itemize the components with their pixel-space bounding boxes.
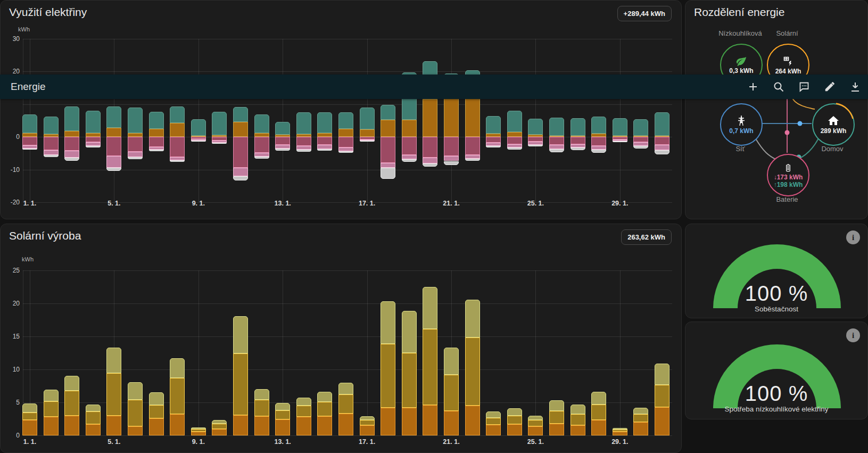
- bar-day-28-export-battery-maroon[interactable]: [591, 137, 606, 146]
- bar-day-23-grid-consumption-teal[interactable]: [486, 116, 501, 134]
- bar-day-1-grid-consumption-teal[interactable]: [22, 114, 37, 133]
- bar-day-2-solar-array-3-khaki[interactable]: [44, 390, 59, 401]
- bar-day-22-export-pink[interactable]: [465, 155, 480, 159]
- bar-day-27-solar-array-2-ochre[interactable]: [571, 414, 585, 425]
- bar-day-25-solar-array-1-orange[interactable]: [528, 426, 543, 435]
- bar-day-30-solar-array-3-khaki[interactable]: [633, 408, 648, 414]
- bar-day-31-export-battery-maroon[interactable]: [655, 137, 669, 145]
- bar-day-22-solar-array-3-khaki[interactable]: [465, 300, 480, 338]
- bar-day-4-solar-array-3-khaki[interactable]: [86, 405, 101, 412]
- bar-day-24-solar-array-1-orange[interactable]: [507, 424, 522, 435]
- bar-day-11-solar-array-2-ochre[interactable]: [233, 353, 248, 415]
- bar-day-21-solar-array-2-ochre[interactable]: [444, 375, 459, 411]
- bar-day-16-export-battery-maroon[interactable]: [338, 137, 353, 147]
- bar-day-24-grid-consumption-teal[interactable]: [507, 111, 522, 132]
- bar-day-27-export-battery-maroon[interactable]: [571, 137, 585, 144]
- bar-day-17-solar-array-2-ochre[interactable]: [360, 420, 375, 425]
- bar-day-6-solar-consumption-ochre[interactable]: [128, 133, 143, 137]
- info-icon[interactable]: i: [846, 328, 860, 342]
- bar-day-2-solar-array-1-orange[interactable]: [44, 417, 59, 435]
- bar-day-29-solar-array-2-ochre[interactable]: [613, 430, 627, 432]
- bar-day-19-solar-array-2-ochre[interactable]: [402, 353, 417, 408]
- bar-day-13-export-gray[interactable]: [275, 149, 290, 151]
- bar-day-3-solar-array-1-orange[interactable]: [64, 416, 79, 435]
- bar-day-30-solar-array-1-orange[interactable]: [633, 422, 648, 435]
- bar-day-28-export-gray[interactable]: [591, 150, 606, 153]
- bar-day-19-solar-array-3-khaki[interactable]: [402, 311, 417, 353]
- bar-day-22-solar-array-1-orange[interactable]: [465, 406, 480, 435]
- bar-day-3-grid-consumption-teal[interactable]: [64, 106, 79, 131]
- bar-day-17-solar-consumption-ochre[interactable]: [360, 129, 375, 137]
- bar-day-15-export-battery-maroon[interactable]: [317, 137, 332, 145]
- bar-day-18-solar-array-1-orange[interactable]: [381, 408, 395, 435]
- bar-day-22-export-gray[interactable]: [465, 159, 480, 161]
- bar-day-12-grid-consumption-teal[interactable]: [254, 114, 269, 133]
- bar-day-19-export-battery-maroon[interactable]: [402, 137, 417, 155]
- bar-day-2-grid-consumption-teal[interactable]: [44, 117, 59, 134]
- bar-day-1-solar-consumption-ochre[interactable]: [22, 133, 37, 137]
- bar-day-20-export-gray[interactable]: [423, 163, 437, 167]
- bar-day-17-solar-array-1-orange[interactable]: [360, 425, 375, 435]
- bar-day-4-solar-array-1-orange[interactable]: [86, 424, 101, 435]
- bar-day-2-export-battery-maroon[interactable]: [44, 137, 59, 150]
- bar-day-4-solar-consumption-ochre[interactable]: [86, 133, 101, 137]
- bar-day-5-grid-consumption-teal[interactable]: [106, 106, 121, 128]
- bar-day-11-solar-array-3-khaki[interactable]: [233, 316, 248, 354]
- bar-day-23-solar-array-1-orange[interactable]: [486, 425, 501, 435]
- bar-day-22-export-battery-maroon[interactable]: [465, 137, 480, 155]
- bar-day-30-export-battery-maroon[interactable]: [633, 137, 648, 142]
- bar-day-12-solar-array-3-khaki[interactable]: [254, 389, 269, 400]
- bar-day-18-export-battery-maroon[interactable]: [381, 137, 395, 163]
- bar-day-29-export-gray[interactable]: [613, 141, 627, 142]
- bar-day-4-export-battery-maroon[interactable]: [86, 137, 101, 142]
- bar-day-26-solar-array-1-orange[interactable]: [549, 424, 564, 435]
- bar-day-21-export-gray[interactable]: [444, 161, 459, 165]
- bar-day-1-solar-array-2-ochre[interactable]: [22, 413, 37, 421]
- bar-day-2-solar-array-2-ochre[interactable]: [44, 401, 59, 417]
- bar-day-6-solar-array-3-khaki[interactable]: [128, 382, 143, 400]
- bar-day-8-export-gray[interactable]: [170, 160, 185, 162]
- bar-day-23-export-gray[interactable]: [486, 146, 501, 147]
- bar-day-13-solar-array-1-orange[interactable]: [275, 419, 290, 435]
- bar-day-20-solar-array-2-ochre[interactable]: [423, 329, 437, 405]
- bar-day-8-solar-array-2-ochre[interactable]: [170, 378, 185, 414]
- bar-day-30-export-pink[interactable]: [633, 142, 648, 145]
- bar-day-15-solar-array-1-orange[interactable]: [317, 416, 332, 435]
- bar-day-6-export-pink[interactable]: [128, 152, 143, 157]
- bar-day-8-export-battery-maroon[interactable]: [170, 137, 185, 157]
- bar-day-29-solar-array-1-orange[interactable]: [613, 432, 627, 435]
- bar-day-12-export-gray[interactable]: [254, 157, 269, 159]
- bar-day-20-solar-array-3-khaki[interactable]: [423, 287, 437, 329]
- bar-day-16-export-pink[interactable]: [338, 147, 353, 151]
- bar-day-5-solar-array-2-ochre[interactable]: [106, 373, 121, 415]
- bar-day-3-export-gray[interactable]: [64, 158, 79, 161]
- bar-day-6-export-gray[interactable]: [128, 157, 143, 159]
- bar-day-13-export-battery-maroon[interactable]: [275, 137, 290, 145]
- bar-day-15-grid-consumption-teal[interactable]: [317, 112, 332, 133]
- bar-day-4-solar-array-2-ochre[interactable]: [86, 411, 101, 424]
- bar-day-8-solar-array-1-orange[interactable]: [170, 414, 185, 435]
- bar-day-15-export-pink[interactable]: [317, 145, 332, 149]
- bar-day-20-solar-consumption-ochre[interactable]: [423, 99, 437, 137]
- bar-day-31-solar-array-1-orange[interactable]: [655, 407, 669, 435]
- bar-day-16-solar-array-2-ochre[interactable]: [338, 394, 353, 414]
- edit-icon[interactable]: [823, 80, 836, 93]
- bar-day-28-solar-array-1-orange[interactable]: [591, 420, 606, 435]
- bar-day-25-export-battery-maroon[interactable]: [528, 137, 543, 142]
- bar-day-28-solar-array-2-ochre[interactable]: [591, 405, 606, 421]
- bar-day-19-export-pink[interactable]: [402, 155, 417, 159]
- bar-day-23-export-battery-maroon[interactable]: [486, 137, 501, 143]
- bar-day-5-solar-consumption-ochre[interactable]: [106, 128, 121, 137]
- bar-day-24-solar-consumption-ochre[interactable]: [507, 132, 522, 137]
- bar-day-11-solar-consumption-ochre[interactable]: [233, 122, 248, 137]
- bar-day-9-export-gray[interactable]: [191, 141, 206, 142]
- bar-day-24-solar-array-2-ochre[interactable]: [507, 416, 522, 424]
- bar-day-19-solar-consumption-ochre[interactable]: [402, 120, 417, 137]
- bar-day-14-export-pink[interactable]: [296, 146, 311, 150]
- bar-day-16-solar-consumption-ochre[interactable]: [338, 129, 353, 137]
- bar-day-21-solar-array-1-orange[interactable]: [444, 411, 459, 435]
- bar-day-10-solar-array-1-orange[interactable]: [212, 429, 227, 435]
- bar-day-28-solar-array-3-khaki[interactable]: [591, 392, 606, 405]
- bar-day-24-export-gray[interactable]: [507, 147, 522, 150]
- bar-day-11-grid-consumption-teal[interactable]: [233, 107, 248, 122]
